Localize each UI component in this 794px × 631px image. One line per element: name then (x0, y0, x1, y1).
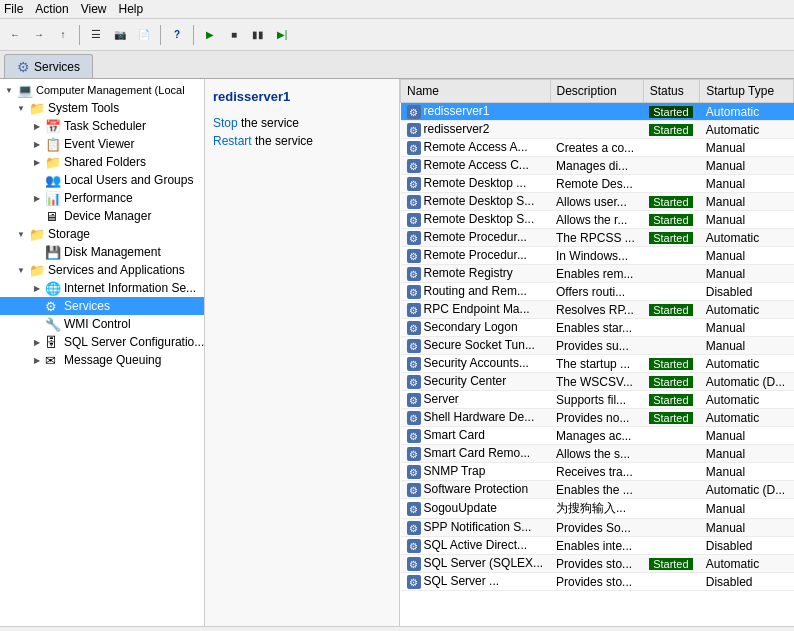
tree-item-services[interactable]: ⚙ Services (0, 297, 204, 315)
service-startup-cell: Disabled (700, 537, 794, 555)
col-header-status[interactable]: Status (643, 80, 700, 103)
table-row[interactable]: SQL Server ...Provides sto...Disabled (401, 573, 794, 591)
tree-item-services-apps[interactable]: ▼ 📁 Services and Applications (0, 261, 204, 279)
tree-item-wmi[interactable]: 🔧 WMI Control (0, 315, 204, 333)
service-gear-icon (407, 575, 421, 589)
restart-link[interactable]: Restart (213, 134, 252, 148)
service-gear-icon (407, 357, 421, 371)
service-gear-icon (407, 483, 421, 497)
table-row[interactable]: SQL Active Direct...Enables inte...Disab… (401, 537, 794, 555)
status-badge: Started (649, 214, 692, 226)
menu-view[interactable]: View (81, 2, 107, 16)
tree-item-storage[interactable]: ▼ 📁 Storage (0, 225, 204, 243)
tree-item-device-manager[interactable]: 🖥 Device Manager (0, 207, 204, 225)
expand-icon-wmi (30, 317, 44, 331)
table-row[interactable]: Remote RegistryEnables rem...Manual (401, 265, 794, 283)
service-gear-icon (407, 321, 421, 335)
tree-label-sql-config: SQL Server Configuratio... (64, 335, 204, 349)
table-row[interactable]: SogouUpdate为搜狗输入...Manual (401, 499, 794, 519)
tree-item-task-scheduler[interactable]: ▶ 📅 Task Scheduler (0, 117, 204, 135)
service-name-cell: Secondary Logon (401, 319, 551, 337)
tree-item-iis[interactable]: ▶ 🌐 Internet Information Se... (0, 279, 204, 297)
toolbar-export[interactable]: 📄 (133, 24, 155, 46)
toolbar-help[interactable]: ? (166, 24, 188, 46)
service-name-cell: SQL Active Direct... (401, 537, 551, 555)
tree-item-disk-management[interactable]: 💾 Disk Management (0, 243, 204, 261)
table-row[interactable]: SNMP TrapReceives tra...Manual (401, 463, 794, 481)
table-row[interactable]: Remote Desktop ...Remote Des...Manual (401, 175, 794, 193)
service-desc-cell: Enables star... (550, 319, 643, 337)
menu-help[interactable]: Help (119, 2, 144, 16)
table-row[interactable]: Shell Hardware De...Provides no...Starte… (401, 409, 794, 427)
table-row[interactable]: Remote Desktop S...Allows the r...Starte… (401, 211, 794, 229)
table-row[interactable]: SQL Server (SQLEX...Provides sto...Start… (401, 555, 794, 573)
toolbar-pause[interactable]: ▮▮ (247, 24, 269, 46)
service-desc-cell: Provides sto... (550, 573, 643, 591)
table-row[interactable]: ServerSupports fil...StartedAutomatic (401, 391, 794, 409)
tree-item-event-viewer[interactable]: ▶ 📋 Event Viewer (0, 135, 204, 153)
tree-item-sql-config[interactable]: ▶ 🗄 SQL Server Configuratio... (0, 333, 204, 351)
toolbar-up[interactable]: ↑ (52, 24, 74, 46)
toolbar-back[interactable]: ← (4, 24, 26, 46)
tree-item-local-users[interactable]: 👥 Local Users and Groups (0, 171, 204, 189)
service-status-cell: Started (643, 103, 700, 121)
tree-item-root[interactable]: ▼ 💻 Computer Management (Local (0, 81, 204, 99)
table-row[interactable]: redisserver2StartedAutomatic (401, 121, 794, 139)
table-row[interactable]: Routing and Rem...Offers routi...Disable… (401, 283, 794, 301)
col-header-name[interactable]: Name (401, 80, 551, 103)
tree-item-mq[interactable]: ▶ ✉ Message Queuing (0, 351, 204, 369)
table-row[interactable]: Secure Socket Tun...Provides su...Manual (401, 337, 794, 355)
system-tools-icon: 📁 (29, 101, 45, 115)
toolbar-play[interactable]: ▶ (199, 24, 221, 46)
service-desc-cell: Provides sto... (550, 555, 643, 573)
table-row[interactable]: SPP Notification S...Provides So...Manua… (401, 519, 794, 537)
table-row[interactable]: Smart CardManages ac...Manual (401, 427, 794, 445)
sql-config-icon: 🗄 (45, 335, 61, 349)
toolbar-next[interactable]: ▶| (271, 24, 293, 46)
tree-label-disk-management: Disk Management (64, 245, 161, 259)
table-row[interactable]: Remote Procedur...The RPCSS ...StartedAu… (401, 229, 794, 247)
tree-item-performance[interactable]: ▶ 📊 Performance (0, 189, 204, 207)
expand-icon-task: ▶ (30, 119, 44, 133)
table-row[interactable]: Smart Card Remo...Allows the s...Manual (401, 445, 794, 463)
col-header-desc[interactable]: Description (550, 80, 643, 103)
col-header-startup[interactable]: Startup Type (700, 80, 794, 103)
table-row[interactable]: RPC Endpoint Ma...Resolves RP...StartedA… (401, 301, 794, 319)
toolbar-forward[interactable]: → (28, 24, 50, 46)
toolbar-stop[interactable]: ■ (223, 24, 245, 46)
service-desc-cell: 为搜狗输入... (550, 499, 643, 519)
status-badge: Started (649, 124, 692, 136)
tab-services[interactable]: ⚙ Services (4, 54, 93, 78)
service-status-cell (643, 283, 700, 301)
service-startup-cell: Manual (700, 211, 794, 229)
table-row[interactable]: Remote Access C...Manages di...Manual (401, 157, 794, 175)
service-gear-icon (407, 502, 421, 516)
table-row[interactable]: redisserver1StartedAutomatic (401, 103, 794, 121)
table-row[interactable]: Security Accounts...The startup ...Start… (401, 355, 794, 373)
toolbar-show-hide[interactable]: ☰ (85, 24, 107, 46)
menu-action[interactable]: Action (35, 2, 68, 16)
task-scheduler-icon: 📅 (45, 119, 61, 133)
table-row[interactable]: Remote Procedur...In Windows...Manual (401, 247, 794, 265)
stop-link[interactable]: Stop (213, 116, 238, 130)
service-status-cell (643, 499, 700, 519)
iis-icon: 🌐 (45, 281, 61, 295)
table-row[interactable]: Remote Desktop S...Allows user...Started… (401, 193, 794, 211)
toolbar-snap[interactable]: 📷 (109, 24, 131, 46)
service-startup-cell: Manual (700, 175, 794, 193)
table-row[interactable]: Security CenterThe WSCSV...StartedAutoma… (401, 373, 794, 391)
tree-item-shared-folders[interactable]: ▶ 📁 Shared Folders (0, 153, 204, 171)
menu-file[interactable]: File (4, 2, 23, 16)
service-name-cell: SQL Server (SQLEX... (401, 555, 551, 573)
tree-item-system-tools[interactable]: ▼ 📁 System Tools (0, 99, 204, 117)
service-status-cell: Started (643, 301, 700, 319)
service-status-cell (643, 427, 700, 445)
table-row[interactable]: Secondary LogonEnables star...Manual (401, 319, 794, 337)
storage-icon: 📁 (29, 227, 45, 241)
tab-services-label: Services (34, 60, 80, 74)
expand-icon-shared: ▶ (30, 155, 44, 169)
table-row[interactable]: Software ProtectionEnables the ...Automa… (401, 481, 794, 499)
service-startup-cell: Manual (700, 319, 794, 337)
table-row[interactable]: Remote Access A...Creates a co...Manual (401, 139, 794, 157)
service-startup-cell: Manual (700, 157, 794, 175)
